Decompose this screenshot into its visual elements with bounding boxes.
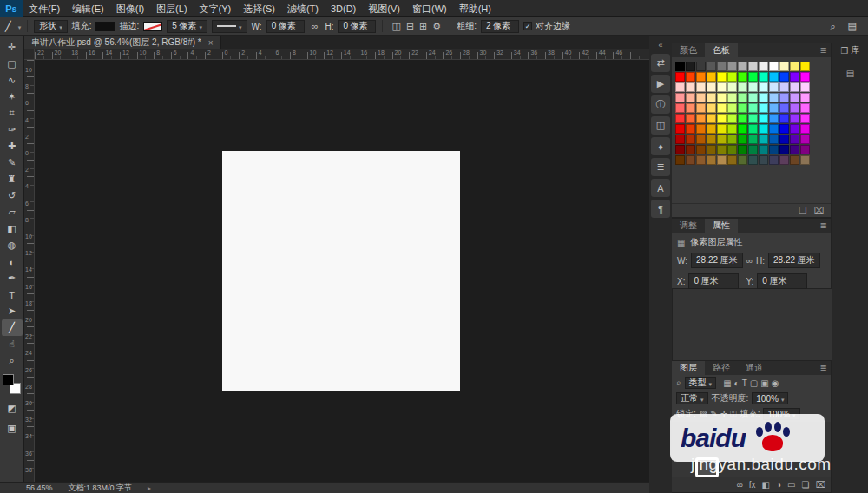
filter-smart-icon[interactable]: ▣ [760, 378, 768, 388]
swatch[interactable] [696, 155, 706, 165]
swatch[interactable] [686, 124, 695, 134]
menu-item-3d[interactable]: 3D(D) [325, 0, 362, 17]
swatch[interactable] [707, 82, 716, 92]
swatch[interactable] [800, 124, 810, 134]
healing-brush-tool[interactable]: ✚ [2, 138, 23, 154]
swatch[interactable] [790, 82, 799, 92]
layers-panel-menu-icon[interactable]: ≣ [820, 363, 827, 372]
swatch[interactable] [769, 135, 779, 144]
canvas-background[interactable] [35, 60, 649, 482]
swatch[interactable] [727, 145, 737, 154]
adjustment-layer-icon[interactable]: ◑ [776, 480, 781, 490]
swatch[interactable] [759, 145, 768, 154]
prop-y-input[interactable]: 0 厘米 [757, 273, 807, 289]
swatch[interactable] [738, 82, 747, 92]
menu-item-window[interactable]: 窗口(W) [406, 0, 453, 17]
screen-mode-icon[interactable]: ▣ [2, 420, 23, 437]
swatch[interactable] [748, 135, 758, 144]
height-input[interactable]: 0 像素 [338, 20, 376, 33]
properties-panel-menu-icon[interactable]: ≣ [820, 220, 827, 230]
swatch[interactable] [675, 103, 685, 113]
gear-icon[interactable]: ⚙ [430, 21, 444, 31]
history-brush-tool[interactable]: ↺ [2, 187, 23, 204]
swatch[interactable] [727, 93, 737, 102]
swatch[interactable] [748, 114, 758, 123]
swatch[interactable] [769, 93, 779, 102]
link-layers-icon[interactable]: ∞ [737, 480, 743, 490]
swatch[interactable] [779, 103, 789, 113]
swatch[interactable] [790, 135, 799, 144]
swatch[interactable] [748, 124, 758, 134]
character-panel-icon[interactable]: A [651, 179, 670, 197]
ruler-corner[interactable] [24, 49, 35, 60]
path-operations-icon[interactable]: ◫ [389, 21, 403, 31]
move-tool[interactable]: ✛ [2, 39, 23, 56]
quick-selection-tool[interactable]: ✶ [2, 89, 23, 105]
swatch[interactable] [800, 155, 810, 165]
active-tool-icon[interactable]: ╱ [5, 21, 11, 32]
tab-paths[interactable]: 路径 [705, 361, 738, 375]
swatch[interactable] [759, 155, 768, 165]
swatch[interactable] [759, 124, 768, 134]
weight-input[interactable]: 2 像素 [481, 20, 519, 33]
blend-mode-select[interactable]: 正常 [676, 392, 708, 404]
close-tab-icon[interactable]: × [208, 38, 214, 48]
layer-group-icon[interactable]: ▭ [787, 480, 795, 490]
gradient-tool[interactable]: ◧ [2, 220, 23, 237]
tool-preset-caret-icon[interactable] [16, 22, 22, 31]
filter-type-icon[interactable]: T [742, 378, 747, 388]
pen-tool[interactable]: ✒ [2, 270, 23, 286]
swatch[interactable] [727, 82, 737, 92]
swatch[interactable] [738, 114, 747, 123]
libraries-panel-button[interactable]: ❒ 库 [841, 44, 860, 56]
swatch[interactable] [727, 135, 737, 144]
paragraph-panel-icon[interactable]: ¶ [651, 200, 670, 218]
swatch[interactable] [675, 145, 685, 154]
hand-tool[interactable]: ☝ [2, 336, 23, 352]
swatch[interactable] [790, 62, 799, 71]
swatch[interactable] [769, 124, 779, 134]
swatch[interactable] [675, 155, 685, 165]
swatch[interactable] [790, 72, 799, 82]
tab-properties[interactable]: 属性 [705, 219, 738, 233]
info-icon[interactable]: ⓘ [651, 95, 670, 114]
swatch[interactable] [717, 72, 727, 82]
opacity-select[interactable]: 100% [752, 392, 788, 404]
swatch[interactable] [696, 145, 706, 154]
filter-shape-icon[interactable]: ▢ [750, 378, 758, 388]
swatch[interactable] [727, 114, 737, 123]
menu-item-image[interactable]: 图像(I) [110, 0, 150, 17]
filter-adjustment-icon[interactable]: ◐ [734, 378, 740, 388]
lasso-tool[interactable]: ∿ [2, 72, 23, 89]
swatch[interactable] [779, 114, 789, 123]
swatch[interactable] [738, 145, 747, 154]
swatch[interactable] [800, 145, 810, 154]
swatch[interactable] [696, 93, 706, 102]
new-layer-icon[interactable]: ❏ [802, 480, 810, 490]
link-wh-icon[interactable]: ∞ [746, 256, 753, 266]
swatch[interactable] [790, 124, 799, 134]
add-mask-icon[interactable]: ◧ [762, 480, 770, 490]
swatch[interactable] [727, 103, 737, 113]
swatch[interactable] [717, 62, 727, 71]
swatch[interactable] [800, 72, 810, 82]
menu-item-edit[interactable]: 编辑(E) [66, 0, 110, 17]
stroke-color-swatch[interactable] [143, 22, 162, 31]
swatch[interactable] [686, 82, 695, 92]
swatch[interactable] [769, 114, 779, 123]
swatch[interactable] [759, 82, 768, 92]
path-selection-tool[interactable]: ➤ [2, 303, 23, 319]
swatch[interactable] [717, 135, 727, 144]
swatch[interactable] [707, 124, 716, 134]
swatch[interactable] [759, 93, 768, 102]
swatch[interactable] [686, 62, 695, 71]
swatch[interactable] [759, 62, 768, 71]
swatch[interactable] [800, 62, 810, 71]
swatch[interactable] [686, 103, 695, 113]
menu-item-select[interactable]: 选择(S) [237, 0, 281, 17]
width-input[interactable]: 0 像素 [266, 20, 305, 33]
swatch[interactable] [769, 103, 779, 113]
swatch[interactable] [717, 93, 727, 102]
swatch[interactable] [759, 135, 768, 144]
swatch[interactable] [675, 72, 685, 82]
